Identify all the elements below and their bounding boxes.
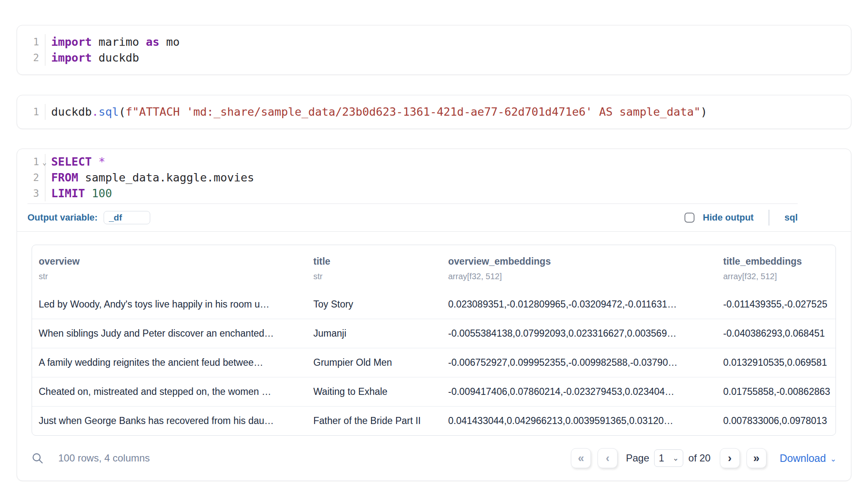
double-chevron-left-icon: « [578,453,584,464]
chevron-left-icon: ‹ [606,453,610,464]
dataframe-table: overviewstrtitlestroverview_embeddingsar… [32,245,836,436]
column-name: title_embeddings [723,255,829,268]
page-number-select[interactable]: 1 ⌄ [654,449,683,467]
table-row[interactable]: Just when George Banks has recovered fro… [32,406,836,435]
code-line: LIMIT 100 [51,186,851,201]
row-count-summary: 100 rows, 4 columns [58,452,150,464]
table-cell[interactable]: 0.023089351,-0.012809965,-0.03209472,-0.… [441,290,717,319]
download-button[interactable]: Download ⌄ [780,452,836,464]
code-token: SELECT [51,155,92,168]
output-variable-value: _df [109,213,122,223]
code-token: import [51,35,92,48]
table-row[interactable]: A family wedding reignites the ancient f… [32,348,836,377]
table-cell[interactable]: -0.0055384138,0.07992093,0.023316627,0.0… [441,319,717,348]
page-number-value: 1 [659,453,672,464]
table-header-row: overviewstrtitlestroverview_embeddingsar… [32,245,836,290]
hide-output-label: Hide output [703,212,754,223]
download-label: Download [780,452,826,464]
table-row[interactable]: When siblings Judy and Peter discover an… [32,319,836,348]
code-token: marimo [92,35,146,48]
chevron-down-icon: ⌄ [672,454,679,463]
table-column-header[interactable]: titlestr [307,245,441,290]
last-page-button[interactable]: » [746,448,766,468]
code-token: ( [119,105,126,118]
table-cell[interactable]: Father of the Bride Part II [307,407,441,435]
code-line: SELECT * [51,154,851,170]
prev-page-button[interactable]: ‹ [598,448,618,468]
table-cell[interactable]: 0.0132910535,0.069581 [717,348,836,377]
first-page-button[interactable]: « [571,448,591,468]
table-cell[interactable]: Jumanji [307,319,441,348]
code-editor[interactable]: 12 import marimo as moimport duckdb [17,25,851,74]
pagination-controls: « ‹ Page 1 ⌄ of 20 › » Download ⌄ [571,448,836,468]
table-cell[interactable]: -0.040386293,0.068451 [717,319,836,348]
table-cell[interactable]: 0.007833006,0.0978013 [717,407,836,435]
line-number: 1 [17,104,45,120]
code-lines: import marimo as moimport duckdb [45,34,851,66]
table-cell[interactable]: Toy Story [307,290,441,319]
table-cell[interactable]: 0.041433044,0.042966213,0.0039591365,0.0… [441,407,717,435]
code-editor[interactable]: 1 duckdb.sql(f"ATTACH 'md:_share/sample_… [17,95,851,129]
table-column-header[interactable]: title_embeddingsarray[f32, 512] [717,245,836,290]
output-variable-input[interactable]: _df [104,211,150,224]
table-row[interactable]: Led by Woody, Andy's toys live happily i… [32,290,836,319]
page-label: Page [626,452,649,464]
code-token [85,187,92,200]
code-token: LIMIT [51,187,85,200]
output-variable-label: Output variable: [27,212,98,223]
table-footer: 100 rows, 4 columns « ‹ Page 1 ⌄ of 20 ›… [17,436,851,481]
line-number: 3 [17,186,45,201]
table-body: Led by Woody, Andy's toys live happily i… [32,290,836,435]
table-column-header[interactable]: overviewstr [32,245,307,290]
code-token: duckdb [51,105,92,118]
code-token: 100 [92,187,112,200]
table-cell[interactable]: -0.006752927,0.099952355,-0.009982588,-0… [441,348,717,377]
code-editor[interactable]: 1⌄23 SELECT *FROM sample_data.kaggle.mov… [17,149,851,203]
column-name: overview [39,255,300,268]
table-cell[interactable]: 0.01755858,-0.00862863 [717,377,836,406]
notebook-cell-imports: 12 import marimo as moimport duckdb [17,25,851,75]
table-cell[interactable]: Led by Woody, Andy's toys live happily i… [32,290,307,319]
language-badge: sql [784,212,798,223]
table-column-header[interactable]: overview_embeddingsarray[f32, 512] [441,245,717,290]
column-type: array[f32, 512] [448,271,710,282]
table-cell[interactable]: -0.009417406,0.07860214,-0.023279453,0.0… [441,377,717,406]
code-line: import duckdb [51,50,851,66]
column-name: title [313,255,435,268]
next-page-button[interactable]: › [720,448,740,468]
line-number: 1 [17,34,45,50]
toolbar-separator [769,210,769,226]
chevron-down-icon: ⌄ [830,454,836,464]
code-token [92,155,99,168]
double-chevron-right-icon: » [753,453,759,464]
table-cell[interactable]: Cheated on, mistreated and stepped on, t… [32,377,307,406]
code-lines: duckdb.sql(f"ATTACH 'md:_share/sample_da… [45,104,851,120]
column-type: str [39,271,300,282]
search-icon[interactable] [32,452,43,464]
sql-cell-toolbar: Output variable: _df Hide output sql [17,204,798,231]
table-cell[interactable]: Waiting to Exhale [307,377,441,406]
table-cell[interactable]: Just when George Banks has recovered fro… [32,407,307,435]
fold-toggle-icon[interactable]: ⌄ [42,154,47,170]
line-number-gutter: 1⌄23 [17,154,45,201]
line-number: 2 [17,50,45,66]
table-cell[interactable]: When siblings Judy and Peter discover an… [32,319,307,348]
code-token: . [92,105,99,118]
code-token: sample_data.kaggle.movies [78,171,254,184]
table-cell[interactable]: -0.011439355,-0.027525 [717,290,836,319]
column-name: overview_embeddings [448,255,710,268]
cell-output-area: overviewstrtitlestroverview_embeddingsar… [17,232,851,436]
table-cell[interactable]: Grumpier Old Men [307,348,441,377]
line-number: 2 [17,170,45,186]
page-total-label: of 20 [688,452,710,464]
code-token: f"ATTACH 'md:_share/sample_data/23b0d623… [126,105,701,118]
column-type: str [313,271,435,282]
line-number-gutter: 12 [17,34,45,66]
table-row[interactable]: Cheated on, mistreated and stepped on, t… [32,377,836,406]
hide-output-checkbox[interactable] [684,213,694,223]
table-cell[interactable]: A family wedding reignites the ancient f… [32,348,307,377]
code-line: duckdb.sql(f"ATTACH 'md:_share/sample_da… [51,104,851,120]
code-token: as [146,35,160,48]
code-token: mo [159,35,180,48]
code-token: duckdb [92,51,139,64]
